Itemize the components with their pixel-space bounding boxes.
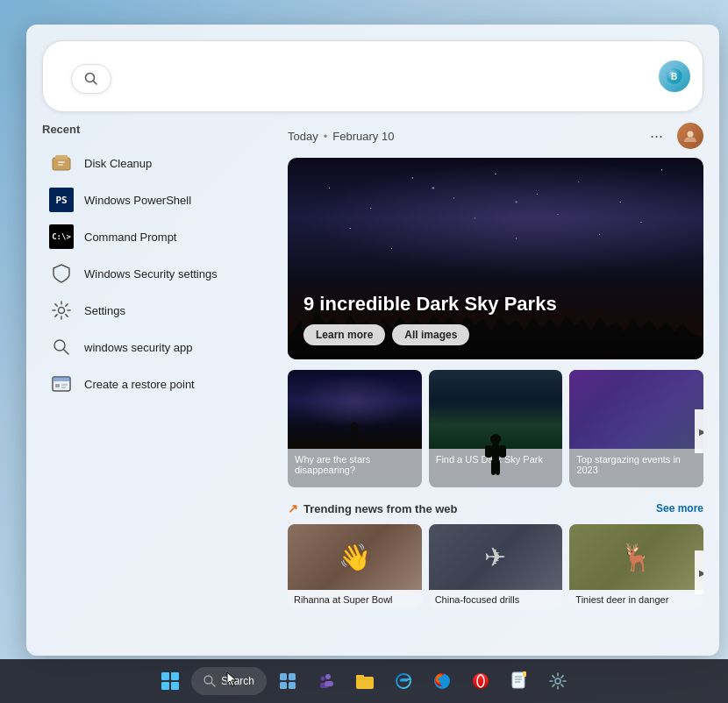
svg-rect-19: [485, 445, 492, 458]
cmd-icon-box: C:\>: [49, 224, 74, 249]
right-panel: Today • February 10 ···: [288, 123, 703, 640]
trending-title: ↗ Trending news from the web: [288, 501, 458, 515]
recent-item-disk-cleanup[interactable]: Disk Cleanup: [42, 145, 270, 181]
grid-card-1[interactable]: Why are the stars disappearing?: [288, 370, 422, 487]
today-more-button[interactable]: ···: [645, 125, 668, 147]
main-content: Recent Disk Cleanup PS Wind: [26, 123, 719, 656]
settings-label: Settings: [84, 304, 125, 317]
security-app-icon: [49, 335, 74, 359]
recent-item-settings[interactable]: Settings: [42, 292, 270, 329]
news-caption-1: Rihanna at Super Bowl: [288, 590, 422, 609]
grid-caption-1: Why are the stars disappearing?: [288, 449, 422, 487]
firefox-icon: [432, 671, 453, 692]
recent-item-powershell[interactable]: PS Windows PowerShell: [42, 181, 270, 218]
svg-rect-42: [523, 671, 526, 677]
news-card-1[interactable]: Rihanna at Super Bowl: [288, 524, 422, 609]
news-grid-next-arrow[interactable]: ▶: [695, 550, 703, 594]
powershell-icon: PS: [49, 188, 74, 212]
news-card-2[interactable]: China-focused drills: [429, 524, 563, 609]
taskbar: Search: [0, 659, 728, 703]
image-grid: Why are the stars disappearing?: [288, 370, 703, 487]
svg-point-29: [325, 674, 331, 679]
taskbar-search-icon: [203, 675, 216, 687]
bing-logo: B: [659, 60, 690, 92]
grid-image-1: [288, 370, 422, 449]
hero-card[interactable]: 9 incredible Dark Sky Parks Learn more A…: [288, 158, 703, 359]
recent-item-restore[interactable]: Create a restore point: [42, 366, 270, 402]
svg-rect-34: [356, 675, 364, 678]
cmd-label: Command Prompt: [84, 231, 176, 244]
all-images-button[interactable]: All images: [392, 324, 469, 345]
today-header: Today • February 10 ···: [288, 123, 703, 149]
grid-card-3[interactable]: Top stargazing events in 2023: [569, 370, 703, 487]
svg-rect-25: [280, 673, 287, 680]
svg-rect-6: [58, 161, 65, 163]
svg-rect-12: [53, 377, 70, 381]
notepad-icon: [509, 671, 530, 692]
svg-line-1: [94, 82, 97, 85]
search-bar[interactable]: Stargazing B: [42, 40, 703, 112]
recent-panel: Recent Disk Cleanup PS Wind: [42, 123, 270, 640]
svg-rect-20: [499, 445, 506, 458]
svg-rect-5: [55, 155, 68, 160]
edge-button[interactable]: [386, 664, 421, 699]
start-button[interactable]: [153, 664, 188, 699]
taskbar-search-button[interactable]: Search: [191, 667, 267, 695]
recent-item-security-app[interactable]: windows security app: [42, 329, 270, 366]
svg-rect-14: [61, 384, 68, 386]
news-caption-3: Tiniest deer in danger: [569, 590, 703, 609]
news-caption-2: China-focused drills: [429, 590, 563, 609]
file-explorer-icon: [354, 671, 375, 692]
svg-point-16: [688, 131, 694, 138]
svg-text:B: B: [671, 72, 677, 82]
svg-point-30: [321, 677, 325, 681]
today-date-value: February 10: [332, 130, 394, 143]
recent-item-security-settings[interactable]: Windows Security settings: [42, 255, 270, 292]
security-settings-label: Windows Security settings: [84, 267, 218, 280]
hero-title: 9 incredible Dark Sky Parks: [303, 293, 688, 316]
today-label: Today: [288, 130, 318, 143]
svg-rect-27: [280, 682, 287, 689]
search-bar-icon: [71, 64, 111, 94]
recent-title: Recent: [42, 123, 270, 136]
svg-rect-38: [512, 672, 525, 688]
opera-icon: [470, 671, 491, 692]
news-image-2: [429, 524, 563, 590]
firefox-button[interactable]: [425, 664, 460, 699]
disk-cleanup-icon: [49, 151, 74, 175]
svg-point-8: [59, 308, 65, 314]
svg-rect-18: [492, 444, 499, 461]
svg-point-17: [490, 434, 501, 444]
see-more-button[interactable]: See more: [656, 502, 703, 515]
powershell-icon-box: PS: [49, 188, 74, 212]
teams-button[interactable]: [309, 664, 344, 699]
settings-taskbar-icon: [548, 671, 567, 691]
search-input[interactable]: Stargazing: [120, 69, 659, 84]
windows-logo-icon: [161, 672, 179, 690]
file-explorer-button[interactable]: [347, 664, 382, 699]
task-view-icon: [278, 671, 297, 691]
grid-caption-3: Top stargazing events in 2023: [569, 449, 703, 487]
notepad-button[interactable]: [502, 664, 537, 699]
news-image-1: [288, 524, 422, 590]
svg-line-10: [64, 350, 69, 355]
recent-item-cmd[interactable]: C:\> Command Prompt: [42, 218, 270, 255]
teams-icon: [316, 671, 337, 692]
cmd-icon: C:\>: [49, 224, 74, 249]
opera-button[interactable]: [463, 664, 498, 699]
svg-rect-22: [496, 459, 500, 475]
image-grid-next-arrow[interactable]: ▶: [695, 409, 703, 453]
settings-taskbar-button[interactable]: [540, 664, 575, 699]
grid-card-2[interactable]: Find a US Dark Sky Park: [429, 370, 563, 487]
edge-icon: [393, 671, 414, 692]
svg-line-24: [211, 683, 215, 686]
search-panel: Stargazing B Recent: [26, 25, 719, 656]
grid-image-2: [429, 370, 563, 449]
learn-more-button[interactable]: Learn more: [303, 324, 385, 345]
news-card-3[interactable]: Tiniest deer in danger: [569, 524, 703, 609]
trending-header: ↗ Trending news from the web See more: [288, 501, 703, 515]
svg-rect-7: [58, 164, 63, 166]
task-view-button[interactable]: [270, 664, 305, 699]
user-avatar[interactable]: [677, 123, 703, 149]
settings-icon: [49, 298, 74, 323]
